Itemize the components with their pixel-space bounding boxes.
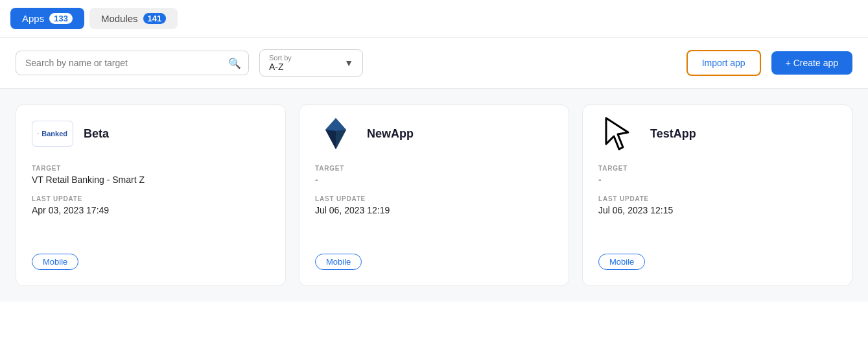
card-beta-badge[interactable]: Mobile <box>32 254 78 270</box>
card-beta-title: Beta <box>84 127 109 141</box>
card-beta-update-value: Apr 03, 2023 17:49 <box>32 205 270 215</box>
banked-logo-text: Banked <box>41 130 67 138</box>
card-testapp-header: TestApp <box>598 121 836 147</box>
card-beta-target-label: TARGET <box>32 165 270 172</box>
card-testapp-title: TestApp <box>650 127 696 141</box>
banked-logo: Banked <box>32 121 73 147</box>
card-testapp-update-label: LAST UPDATE <box>598 195 836 202</box>
card-newapp-title: NewApp <box>367 127 414 141</box>
svg-marker-2 <box>325 118 346 131</box>
sort-inner: Sort by A-Z <box>269 54 292 72</box>
svg-marker-4 <box>325 130 336 149</box>
card-beta[interactable]: Banked Beta TARGET VT Retail Banking - S… <box>16 104 286 286</box>
tab-apps-label: Apps <box>22 13 44 24</box>
card-newapp-target-value: - <box>315 175 553 185</box>
sort-dropdown[interactable]: Sort by A-Z ▼ <box>259 49 363 77</box>
tab-apps[interactable]: Apps 133 <box>10 8 84 29</box>
card-beta-header: Banked Beta <box>32 121 270 147</box>
tab-modules-badge: 141 <box>143 13 167 24</box>
card-newapp-target-label: TARGET <box>315 165 553 172</box>
cursor-logo <box>598 121 640 147</box>
banked-v-icon <box>38 128 39 139</box>
tab-apps-badge: 133 <box>49 13 73 24</box>
card-newapp-header: NewApp <box>315 121 553 147</box>
card-beta-update-label: LAST UPDATE <box>32 195 270 202</box>
tab-modules[interactable]: Modules 141 <box>89 8 178 29</box>
search-wrapper: 🔍 <box>16 51 249 75</box>
search-input[interactable] <box>16 51 249 75</box>
toolbar: 🔍 Sort by A-Z ▼ Import app + Create app <box>0 38 868 88</box>
tab-modules-label: Modules <box>101 13 138 24</box>
cursor-icon <box>600 114 639 153</box>
card-beta-target-value: VT Retail Banking - Smart Z <box>32 175 270 185</box>
card-newapp[interactable]: NewApp TARGET - LAST UPDATE Jul 06, 2023… <box>299 104 569 286</box>
svg-marker-0 <box>38 133 39 134</box>
chevron-down-icon: ▼ <box>344 58 353 68</box>
cards-area: Banked Beta TARGET VT Retail Banking - S… <box>0 89 868 302</box>
card-newapp-update-value: Jul 06, 2023 12:19 <box>315 205 553 215</box>
card-testapp[interactable]: TestApp TARGET - LAST UPDATE Jul 06, 202… <box>582 104 852 286</box>
card-newapp-badge[interactable]: Mobile <box>315 254 362 270</box>
import-app-button[interactable]: Import app <box>686 50 761 76</box>
card-testapp-update-value: Jul 06, 2023 12:15 <box>598 205 836 215</box>
tab-bar: Apps 133 Modules 141 <box>0 0 868 38</box>
svg-marker-3 <box>336 130 346 149</box>
card-testapp-target-value: - <box>598 175 836 185</box>
card-newapp-update-label: LAST UPDATE <box>315 195 553 202</box>
diamond-icon <box>320 117 351 151</box>
card-testapp-badge[interactable]: Mobile <box>598 254 645 270</box>
card-testapp-target-label: TARGET <box>598 165 836 172</box>
diamond-logo <box>315 121 357 147</box>
sort-label: Sort by <box>269 54 292 62</box>
sort-value: A-Z <box>269 62 292 72</box>
create-app-button[interactable]: + Create app <box>771 51 852 75</box>
svg-marker-5 <box>606 118 628 149</box>
